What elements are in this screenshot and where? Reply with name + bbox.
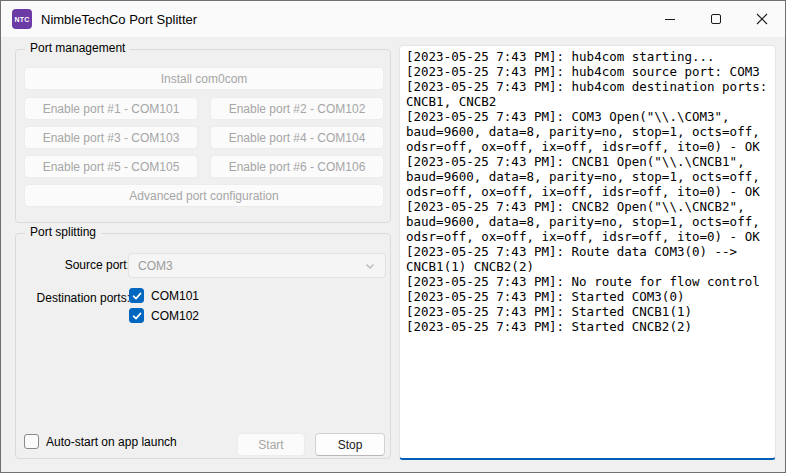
port-splitting-group: Port splitting Source port: COM3 Destina… [15,233,391,459]
enable-port-5-button[interactable]: Enable port #5 - COM105 [24,155,198,178]
source-port-value: COM3 [138,259,173,273]
destination-com102-label: COM102 [151,309,199,323]
enable-port-1-button[interactable]: Enable port #1 - COM101 [24,97,198,120]
maximize-icon [711,14,721,24]
port-management-group: Port management Install com0com Enable p… [15,49,391,223]
log-output[interactable]: [2023-05-25 7:43 PM]: hub4com starting..… [399,45,776,460]
close-button[interactable] [739,1,785,37]
enable-port-3-button[interactable]: Enable port #3 - COM103 [24,126,198,149]
destination-com102-checkbox[interactable]: COM102 [129,308,199,323]
check-icon [132,291,142,301]
app-icon: NTC [12,9,32,29]
enable-port-6-button[interactable]: Enable port #6 - COM106 [210,155,384,178]
checkbox-checked [129,308,144,323]
checkbox-checked [129,288,144,303]
enable-port-2-button[interactable]: Enable port #2 - COM102 [210,97,384,120]
advanced-port-configuration-button[interactable]: Advanced port configuration [24,184,384,207]
autostart-label: Auto-start on app launch [46,435,177,449]
install-com0com-button[interactable]: Install com0com [24,67,384,90]
destination-ports-label: Destination ports: [24,291,130,305]
minimize-icon [665,19,675,20]
window-title: NimbleTechCo Port Splitter [41,12,197,27]
minimize-button[interactable] [647,1,693,37]
source-port-label: Source port: [24,258,130,272]
chevron-down-icon [364,260,376,272]
autostart-checkbox[interactable]: Auto-start on app launch [24,434,177,449]
enable-port-4-button[interactable]: Enable port #4 - COM104 [210,126,384,149]
check-icon [132,311,142,321]
port-splitting-legend: Port splitting [25,225,101,239]
maximize-button[interactable] [693,1,739,37]
checkbox-unchecked [24,434,39,449]
stop-button[interactable]: Stop [315,433,385,456]
destination-com101-label: COM101 [151,289,199,303]
port-management-legend: Port management [25,41,130,55]
titlebar: NTC NimbleTechCo Port Splitter [1,1,785,37]
destination-com101-checkbox[interactable]: COM101 [129,288,199,303]
source-port-select[interactable]: COM3 [128,253,386,278]
window-controls [647,1,785,37]
close-icon [756,13,768,25]
start-button[interactable]: Start [237,433,305,456]
app-window: NTC NimbleTechCo Port Splitter Port mana… [0,0,786,473]
